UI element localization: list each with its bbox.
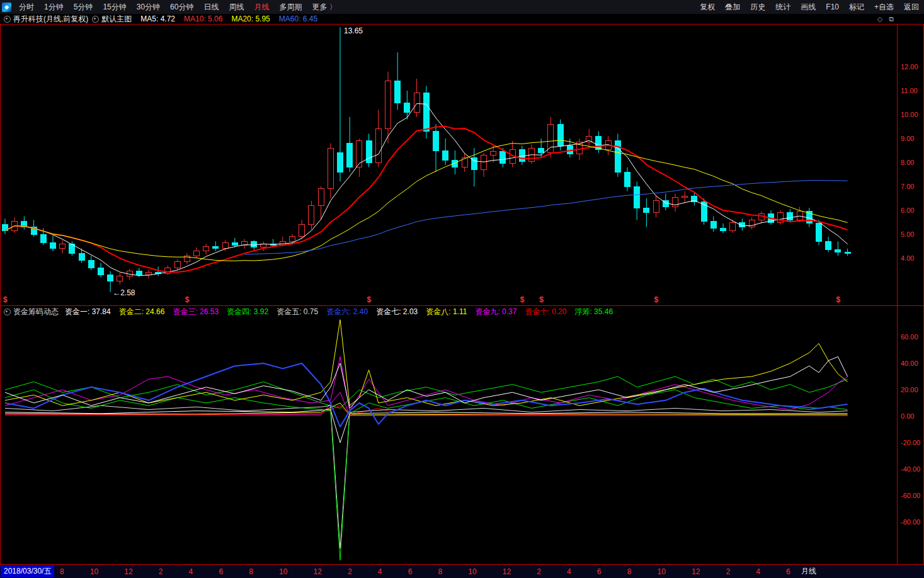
time-axis-label: 2 <box>726 567 730 576</box>
fund-label: 资金五: 0.75 <box>277 307 318 317</box>
time-axis-label: 8 <box>249 567 253 576</box>
time-axis-label: 4 <box>189 567 193 576</box>
svg-text:6.00: 6.00 <box>901 207 914 214</box>
svg-text:$: $ <box>3 295 8 304</box>
svg-text:$: $ <box>539 295 544 304</box>
toolbar-actions: 复权叠加历史统计画线F10标记+自选返回 <box>695 0 924 14</box>
sub-indicator-toggle-icon[interactable] <box>4 309 11 315</box>
toolbar-action[interactable]: 叠加 <box>720 0 745 14</box>
svg-text:7.00: 7.00 <box>901 183 914 190</box>
main-candlestick-chart[interactable]: 12.0011.0010.009.008.007.006.005.004.001… <box>0 24 924 306</box>
toolbar-action[interactable]: 复权 <box>695 0 720 14</box>
status-bar: 2018/03/30/五 810122468101224681012246810… <box>0 565 924 578</box>
svg-text:$: $ <box>367 295 372 304</box>
svg-text:8.00: 8.00 <box>901 159 914 166</box>
period-tab[interactable]: 分时 <box>14 0 39 14</box>
svg-text:$: $ <box>185 295 190 304</box>
time-axis-label: 10 <box>90 567 98 576</box>
period-tab[interactable]: 30分钟 <box>132 0 165 14</box>
fund-label: 资金九: 0.37 <box>475 307 516 317</box>
fund-label: 资金三: 26.53 <box>173 307 219 317</box>
fund-label: 资金四: 3.92 <box>227 307 268 317</box>
time-axis-label: 10 <box>279 567 287 576</box>
svg-text:10.00: 10.00 <box>901 111 918 118</box>
stock-indicator-icon[interactable] <box>4 16 11 23</box>
ma-label: MA5: 4.72 <box>140 14 175 23</box>
time-axis-label: 2 <box>348 567 352 576</box>
panel-maximize-icon[interactable]: ⧉ <box>889 15 894 23</box>
time-axis-label: 12 <box>314 567 322 576</box>
period-tab[interactable]: 日线 <box>198 0 224 14</box>
fund-indicator-chart[interactable]: 60.0040.0020.000.00-20.00-40.00-60.00-80… <box>0 306 924 565</box>
time-axis-labels: 81012246810122468101224681012246 <box>60 567 790 576</box>
svg-text:9.00: 9.00 <box>901 135 914 142</box>
time-axis-label: 8 <box>627 567 632 576</box>
fund-label: 资金八: 1.11 <box>426 307 467 317</box>
time-axis-label: 10 <box>657 567 665 576</box>
svg-text:-60.00: -60.00 <box>901 492 920 499</box>
svg-text:$: $ <box>836 295 840 304</box>
toolbar-action[interactable]: 历史 <box>745 0 770 14</box>
svg-text:$: $ <box>520 295 525 304</box>
sub-indicator-header: 资金筹码动态 资金一: 37.84资金二: 24.66资金三: 26.53资金四… <box>0 307 613 317</box>
main-indicator-toggle-icon[interactable] <box>92 16 99 23</box>
svg-text:12.00: 12.00 <box>901 63 918 71</box>
toolbar-action[interactable]: 统计 <box>770 0 796 14</box>
period-tab[interactable]: 60分钟 <box>165 0 198 14</box>
fund-label: 资金十: 0.20 <box>525 307 566 317</box>
svg-text:40.00: 40.00 <box>901 360 918 367</box>
stock-title: 再升科技(月线,前复权) <box>13 14 88 25</box>
period-tab[interactable]: 周线 <box>224 0 249 14</box>
sub-indicator-name[interactable]: 资金筹码动态 <box>13 307 59 317</box>
fund-label: 资金一: 37.84 <box>65 307 111 317</box>
time-axis-label: 2 <box>159 567 163 576</box>
svg-text:-20.00: -20.00 <box>901 439 920 446</box>
time-axis-label: 4 <box>378 567 382 576</box>
svg-text:5.00: 5.00 <box>901 230 914 238</box>
svg-text:←2.58: ←2.58 <box>113 288 135 297</box>
fund-label: 浮筹: 35.46 <box>574 307 613 317</box>
period-tab[interactable]: 5分钟 <box>69 0 98 14</box>
time-axis-label: 10 <box>468 567 476 576</box>
svg-text:-80.00: -80.00 <box>901 518 920 526</box>
period-tab[interactable]: 多周期 <box>274 0 307 14</box>
app-logo-icon: ◆ <box>2 3 11 12</box>
svg-text:60.00: 60.00 <box>901 333 918 341</box>
time-axis-label: 4 <box>756 567 760 576</box>
time-axis-label: 6 <box>786 567 790 576</box>
ma-label: MA10: 5.06 <box>184 14 222 23</box>
svg-text:20.00: 20.00 <box>901 386 918 394</box>
period-tab[interactable]: 更多 〉 <box>307 0 341 14</box>
toolbar-action[interactable]: 画线 <box>796 0 821 14</box>
period-tab[interactable]: 月线 <box>249 0 274 14</box>
period-tab[interactable]: 15分钟 <box>98 0 131 14</box>
time-axis-label: 12 <box>692 567 700 576</box>
ma-label: MA60: 6.45 <box>279 14 317 23</box>
app-window: ◆ 分时1分钟5分钟15分钟30分钟60分钟日线周线月线多周期更多 〉 复权叠加… <box>0 0 924 578</box>
time-axis-label: 12 <box>503 567 511 576</box>
time-axis-label: 2 <box>537 567 541 576</box>
period-tab[interactable]: 1分钟 <box>39 0 69 14</box>
toolbar-action[interactable]: +自选 <box>869 0 899 14</box>
panel-corner-icons: ◇⧉ <box>877 14 894 24</box>
ma-label: MA20: 5.95 <box>231 14 270 23</box>
toolbar-action[interactable]: F10 <box>821 0 844 14</box>
svg-text:$: $ <box>654 295 659 304</box>
period-tabs: ◆ 分时1分钟5分钟15分钟30分钟60分钟日线周线月线多周期更多 〉 <box>0 0 342 14</box>
toolbar-action[interactable]: 标记 <box>844 0 869 14</box>
time-axis-label: 12 <box>124 567 132 576</box>
diamond-marker-icon[interactable]: ◇ <box>877 15 882 23</box>
time-axis-label: 8 <box>60 567 64 576</box>
time-axis-label: 8 <box>438 567 442 576</box>
time-axis-label: 6 <box>597 567 602 576</box>
period-indicator: 月线 <box>801 566 816 577</box>
time-axis-label: 6 <box>408 567 413 576</box>
time-axis-label: 4 <box>567 567 571 576</box>
toolbar-action[interactable]: 返回 <box>899 0 924 14</box>
svg-text:11.00: 11.00 <box>901 87 918 94</box>
fund-label: 资金七: 2.03 <box>376 307 418 317</box>
fund-value-labels: 资金一: 37.84资金二: 24.66资金三: 26.53资金四: 3.92资… <box>65 307 613 317</box>
fund-label: 资金二: 24.66 <box>119 307 165 317</box>
main-indicator-label[interactable]: 默认主图 <box>101 14 132 25</box>
date-chip[interactable]: 2018/03/30/五 <box>1 565 54 577</box>
